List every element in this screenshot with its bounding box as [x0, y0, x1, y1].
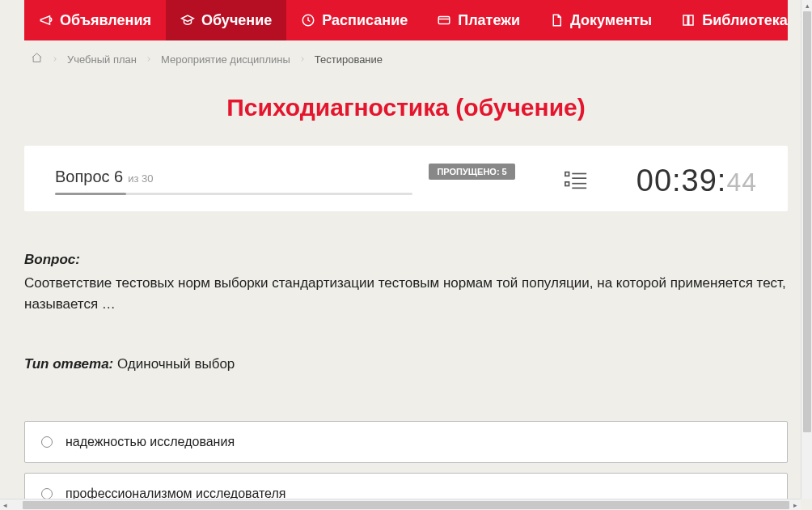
page-title: Психодиагностика (обучение)	[24, 94, 788, 121]
question-text: Соответствие тестовых норм выборки станд…	[24, 273, 788, 316]
scroll-right-arrow-icon[interactable]: ▸	[789, 499, 801, 511]
svg-rect-2	[565, 172, 569, 176]
nav-label: Обучение	[201, 12, 272, 29]
nav-label: Расписание	[322, 12, 408, 29]
breadcrumb-link-plan[interactable]: Учебный план	[67, 53, 137, 66]
answer-text: надежностью исследования	[66, 435, 235, 449]
nav-label: Платежи	[458, 12, 520, 29]
horizontal-scrollbar[interactable]: ◂ ▸	[0, 499, 801, 510]
nav-schedule[interactable]: Расписание	[286, 0, 422, 40]
svg-rect-3	[565, 181, 569, 185]
document-icon	[549, 13, 564, 28]
scroll-up-arrow-icon[interactable]: ▴	[801, 0, 812, 11]
question-progress: Вопрос 6 из 30	[55, 168, 412, 195]
answer-type-value: Одиночный выбор	[117, 356, 235, 372]
quiz-header: Вопрос 6 из 30 ПРОПУЩЕНО: 5 00:39:44	[24, 146, 788, 211]
vertical-scrollbar[interactable]: ▴	[801, 0, 812, 499]
megaphone-icon	[39, 13, 53, 28]
home-icon[interactable]	[31, 52, 43, 66]
answer-option[interactable]: надежностью исследования	[24, 421, 788, 463]
question-total: из 30	[128, 172, 153, 185]
timer-ms: 44	[726, 168, 757, 198]
clock-icon	[301, 13, 315, 28]
scroll-thumb[interactable]	[23, 501, 789, 509]
svg-rect-1	[438, 17, 450, 24]
timer-main: 00:39:	[636, 164, 727, 198]
timer: 00:39:44	[636, 164, 757, 198]
progress-bar	[55, 193, 412, 195]
answer-type: Тип ответа: Одиночный выбор	[24, 356, 788, 372]
card-icon	[437, 13, 451, 28]
question-body: Вопрос: Соответствие тестовых норм выбор…	[24, 211, 788, 510]
graduation-icon	[180, 13, 195, 28]
nav-label: Документы	[570, 12, 652, 29]
question-number: Вопрос 6	[55, 168, 123, 186]
nav-announcements[interactable]: Объявления	[24, 0, 166, 40]
progress-fill	[55, 193, 126, 195]
breadcrumb-current: Тестирование	[315, 53, 383, 66]
breadcrumb-link-event[interactable]: Мероприятие дисциплины	[161, 53, 290, 66]
radio-icon	[41, 436, 53, 448]
scroll-thumb[interactable]	[803, 11, 811, 432]
question-list-button[interactable]	[564, 169, 588, 193]
nav-library[interactable]: Библиотека	[666, 0, 812, 40]
breadcrumb: Учебный план Мероприятие дисциплины Тест…	[24, 40, 788, 78]
question-label: Вопрос:	[24, 252, 788, 268]
nav-learning[interactable]: Обучение	[166, 0, 286, 40]
nav-label: Объявления	[60, 12, 151, 29]
book-icon	[681, 13, 696, 28]
nav-payments[interactable]: Платежи	[422, 0, 535, 40]
skipped-badge[interactable]: ПРОПУЩЕНО: 5	[429, 164, 514, 180]
chevron-right-icon	[298, 53, 307, 66]
chevron-right-icon	[145, 53, 153, 66]
nav-documents[interactable]: Документы	[535, 0, 666, 40]
nav-label: Библиотека	[702, 12, 788, 29]
scroll-left-arrow-icon[interactable]: ◂	[0, 499, 11, 511]
chevron-right-icon	[51, 53, 59, 66]
navbar: Объявления Обучение Расписание Платежи Д…	[24, 0, 788, 40]
answer-type-label: Тип ответа:	[24, 356, 113, 372]
answers-list: надежностью исследования профессионализм…	[24, 421, 788, 510]
radio-icon	[41, 488, 53, 499]
